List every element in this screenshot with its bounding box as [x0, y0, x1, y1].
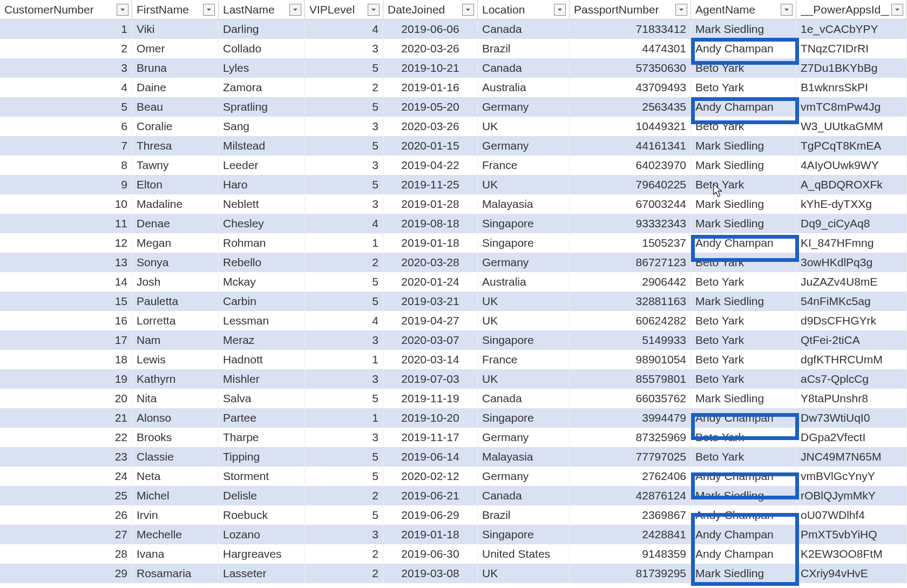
- cell-viplevel[interactable]: 3: [305, 156, 383, 175]
- filter-dropdown-icon[interactable]: [117, 4, 128, 16]
- cell-lastname[interactable]: Lozano: [219, 525, 305, 544]
- cell-location[interactable]: Canada: [478, 19, 570, 39]
- cell-firstname[interactable]: Ivana: [132, 544, 219, 564]
- cell-location[interactable]: Brazil: [478, 505, 570, 525]
- cell-passportnumber[interactable]: 3994479: [570, 408, 691, 428]
- table-row[interactable]: 2OmerCollado32020-03-26Brazil4474301Andy…: [0, 39, 907, 58]
- cell-firstname[interactable]: Nita: [132, 389, 219, 408]
- cell-location[interactable]: UK: [478, 369, 570, 389]
- table-row[interactable]: 20NitaSalva52019-11-19Canada66035762Mark…: [0, 389, 907, 408]
- column-header-passportnumber[interactable]: PassportNumber: [570, 0, 691, 19]
- cell-customernumber[interactable]: 23: [0, 447, 132, 467]
- cell-location[interactable]: United States: [478, 544, 570, 564]
- cell-powerappsid[interactable]: kYhE-dyTXXg: [796, 194, 907, 214]
- cell-firstname[interactable]: Nam: [132, 330, 219, 350]
- cell-powerappsid[interactable]: Z7Du1BKYbBg: [796, 58, 907, 78]
- cell-passportnumber[interactable]: 2906442: [570, 272, 691, 292]
- cell-firstname[interactable]: Pauletta: [132, 292, 219, 311]
- cell-powerappsid[interactable]: B1wknrsSkPI: [796, 78, 907, 97]
- cell-powerappsid[interactable]: rOBlQJymMkY: [796, 486, 907, 505]
- cell-viplevel[interactable]: 5: [305, 467, 383, 486]
- table-row[interactable]: 13SonyaRebello22020-03-28Germany86727123…: [0, 253, 907, 272]
- cell-firstname[interactable]: Bruna: [132, 58, 219, 78]
- cell-powerappsid[interactable]: aCs7-QplcCg: [796, 369, 907, 389]
- cell-datejoined[interactable]: 2020-01-15: [383, 136, 478, 156]
- cell-powerappsid[interactable]: A_qBDQROXFk: [796, 175, 907, 194]
- cell-location[interactable]: Canada: [478, 486, 570, 505]
- cell-passportnumber[interactable]: 43709493: [570, 78, 691, 97]
- cell-customernumber[interactable]: 3: [0, 58, 132, 78]
- cell-lastname[interactable]: Rohman: [219, 233, 305, 253]
- cell-lastname[interactable]: Tharpe: [219, 428, 305, 447]
- cell-customernumber[interactable]: 16: [0, 311, 132, 330]
- cell-firstname[interactable]: Neta: [132, 467, 219, 486]
- cell-lastname[interactable]: Lyles: [219, 58, 305, 78]
- cell-passportnumber[interactable]: 2762406: [570, 467, 691, 486]
- cell-powerappsid[interactable]: vmBVlGcYnyY: [796, 467, 907, 486]
- cell-location[interactable]: UK: [478, 564, 570, 583]
- cell-lastname[interactable]: Mckay: [219, 272, 305, 292]
- cell-datejoined[interactable]: 2019-01-18: [383, 233, 478, 253]
- filter-dropdown-icon[interactable]: [891, 4, 903, 16]
- cell-datejoined[interactable]: 2020-03-26: [383, 117, 478, 136]
- cell-agentname[interactable]: Andy Champan: [691, 544, 796, 564]
- cell-lastname[interactable]: Haro: [219, 175, 305, 194]
- cell-location[interactable]: Australia: [478, 272, 570, 292]
- cell-firstname[interactable]: Irvin: [132, 505, 219, 525]
- cell-location[interactable]: UK: [478, 117, 570, 136]
- cell-firstname[interactable]: Thresa: [132, 136, 219, 156]
- table-row[interactable]: 11DenaeChesley42019-08-18Singapore933323…: [0, 214, 907, 233]
- cell-datejoined[interactable]: 2019-05-20: [383, 97, 478, 117]
- cell-customernumber[interactable]: 8: [0, 156, 132, 175]
- cell-powerappsid[interactable]: K2EW3OO8FtM: [796, 544, 907, 564]
- cell-passportnumber[interactable]: 98901054: [570, 350, 691, 369]
- cell-datejoined[interactable]: 2019-08-18: [383, 214, 478, 233]
- cell-customernumber[interactable]: 10: [0, 194, 132, 214]
- cell-customernumber[interactable]: 9: [0, 175, 132, 194]
- cell-powerappsid[interactable]: CXriy94vHvE: [796, 564, 907, 583]
- cell-datejoined[interactable]: 2019-04-22: [383, 156, 478, 175]
- cell-viplevel[interactable]: 3: [305, 194, 383, 214]
- cell-viplevel[interactable]: 5: [305, 175, 383, 194]
- cell-datejoined[interactable]: 2019-01-16: [383, 78, 478, 97]
- cell-viplevel[interactable]: 5: [305, 389, 383, 408]
- table-row[interactable]: 15PaulettaCarbin52019-03-21UK32881163Mar…: [0, 292, 907, 311]
- cell-agentname[interactable]: Beto Yark: [691, 330, 796, 350]
- cell-passportnumber[interactable]: 77797025: [570, 447, 691, 467]
- cell-firstname[interactable]: Coralie: [132, 117, 219, 136]
- cell-firstname[interactable]: Josh: [132, 272, 219, 292]
- cell-customernumber[interactable]: 12: [0, 233, 132, 253]
- cell-passportnumber[interactable]: 86727123: [570, 253, 691, 272]
- cell-firstname[interactable]: Lorretta: [132, 311, 219, 330]
- filter-dropdown-icon[interactable]: [675, 4, 687, 16]
- cell-datejoined[interactable]: 2019-01-28: [383, 194, 478, 214]
- cell-location[interactable]: UK: [478, 311, 570, 330]
- cell-passportnumber[interactable]: 9148359: [570, 544, 691, 564]
- cell-datejoined[interactable]: 2020-02-12: [383, 467, 478, 486]
- cell-agentname[interactable]: Beto Yark: [691, 272, 796, 292]
- cell-passportnumber[interactable]: 44161341: [570, 136, 691, 156]
- cell-viplevel[interactable]: 5: [305, 447, 383, 467]
- cell-viplevel[interactable]: 1: [305, 408, 383, 428]
- cell-passportnumber[interactable]: 71833412: [570, 19, 691, 39]
- cell-customernumber[interactable]: 17: [0, 330, 132, 350]
- cell-datejoined[interactable]: 2019-10-21: [383, 58, 478, 78]
- cell-firstname[interactable]: Tawny: [132, 156, 219, 175]
- cell-datejoined[interactable]: 2019-03-08: [383, 564, 478, 583]
- cell-location[interactable]: Singapore: [478, 330, 570, 350]
- cell-viplevel[interactable]: 3: [305, 39, 383, 58]
- cell-lastname[interactable]: Neblett: [219, 194, 305, 214]
- cell-agentname[interactable]: Beto Yark: [691, 253, 796, 272]
- cell-viplevel[interactable]: 5: [305, 292, 383, 311]
- filter-dropdown-icon[interactable]: [368, 4, 380, 16]
- cell-customernumber[interactable]: 7: [0, 136, 132, 156]
- cell-firstname[interactable]: Daine: [132, 78, 219, 97]
- cell-passportnumber[interactable]: 66035762: [570, 389, 691, 408]
- cell-viplevel[interactable]: 5: [305, 58, 383, 78]
- cell-agentname[interactable]: Mark Siedling: [691, 564, 796, 583]
- cell-datejoined[interactable]: 2019-01-18: [383, 525, 478, 544]
- cell-location[interactable]: Singapore: [478, 525, 570, 544]
- cell-firstname[interactable]: Lewis: [132, 350, 219, 369]
- cell-agentname[interactable]: Andy Champan: [691, 525, 796, 544]
- cell-customernumber[interactable]: 29: [0, 564, 132, 583]
